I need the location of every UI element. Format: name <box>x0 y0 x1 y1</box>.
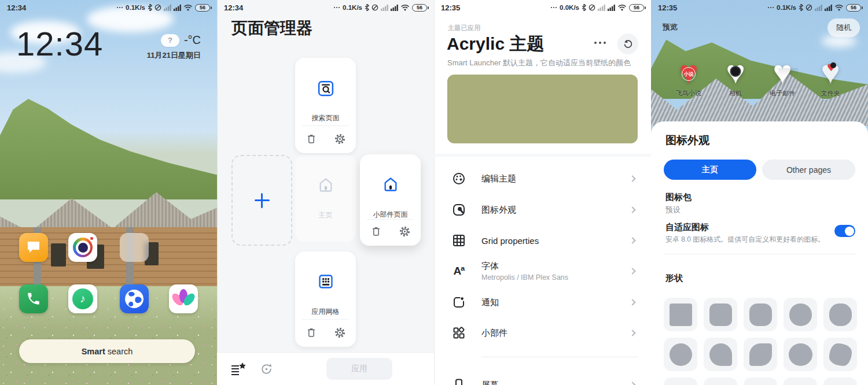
shape-option-round[interactable] <box>784 338 817 371</box>
divider <box>302 319 349 320</box>
mute-icon <box>806 4 812 11</box>
item-label: 通知 <box>481 297 499 308</box>
heart-icon-email: ♥ <box>773 58 792 87</box>
messages-app-icon[interactable] <box>19 233 48 262</box>
shape-option-partial[interactable] <box>704 377 737 385</box>
font-icon: Aª <box>451 264 466 279</box>
theme-item-icon-appearance[interactable]: 图标外观 <box>434 195 651 225</box>
shape-option-circle[interactable] <box>664 338 697 371</box>
signal-sim2-icon <box>174 5 181 11</box>
page-card-widget[interactable]: 小部件页面 <box>360 154 421 246</box>
app-grid-icon <box>295 273 356 290</box>
music-note-icon: ♪ <box>72 288 93 309</box>
theme-item-edit-theme[interactable]: 编辑主题 <box>434 164 651 194</box>
gallery-app-icon[interactable] <box>169 284 198 313</box>
theme-item-notifications[interactable]: 通知 <box>434 287 651 317</box>
item-sub: Metropolis / IBM Plex Sans <box>481 273 568 282</box>
placeholder-app-icon[interactable] <box>120 233 149 262</box>
gear-icon <box>334 133 346 145</box>
house-window <box>51 243 66 266</box>
browser-app-icon[interactable] <box>120 284 149 313</box>
screen-icon <box>451 377 466 385</box>
shape-option-partial[interactable] <box>784 377 817 385</box>
divider <box>302 125 349 126</box>
network-traffic-icon <box>334 7 340 9</box>
page-settings-button[interactable] <box>333 132 347 146</box>
theme-settings-screen: 12:35 0.0K/s 56 主题已应用 Acrylic 主题 Smart L… <box>434 0 651 385</box>
theme-item-widgets[interactable]: 小部件 <box>434 318 651 348</box>
adaptive-icons-toggle[interactable] <box>834 225 855 237</box>
shape-option-partial[interactable] <box>744 377 777 385</box>
page-settings-button[interactable] <box>333 325 347 339</box>
status-bar: 12:35 0.0K/s 56 <box>434 0 651 15</box>
delete-page-button[interactable] <box>304 132 318 146</box>
shape-option-pebble[interactable] <box>823 338 857 371</box>
search-label-bold: Smart <box>82 347 105 356</box>
delete-page-button[interactable] <box>304 325 318 339</box>
theme-item-font[interactable]: Aª 字体 Metropolis / IBM Plex Sans <box>434 255 651 287</box>
theme-item-grid-properties[interactable]: Grid properties <box>434 225 651 256</box>
history-icon <box>259 362 274 376</box>
shape-option-squircle[interactable] <box>823 298 857 331</box>
bluetooth-icon <box>365 4 369 11</box>
network-traffic-icon <box>551 7 557 9</box>
battery-icon: 56 <box>629 4 644 12</box>
page-card-search[interactable]: 搜索页面 <box>295 58 356 153</box>
theme-item-screen[interactable]: 屏幕 <box>434 370 651 385</box>
date-text: 11月21日星期日 <box>147 50 201 61</box>
music-app-icon[interactable]: ♪ <box>68 284 97 313</box>
icon-pack-value: 预设 <box>665 205 681 215</box>
icon-pack-label[interactable]: 图标包 <box>665 192 692 203</box>
add-page-button[interactable] <box>231 155 292 246</box>
random-button[interactable]: 随机 <box>827 18 860 37</box>
page-card-home[interactable]: 主页 <box>295 155 356 242</box>
item-label: 编辑主题 <box>481 173 516 184</box>
sort-pages-button[interactable] <box>230 361 247 377</box>
signal-sim2-icon <box>608 5 615 11</box>
shape-option-square[interactable] <box>664 298 697 331</box>
shape-option-rounded-large[interactable] <box>784 298 817 331</box>
shape-option-rounded[interactable] <box>744 298 777 331</box>
signal-sim2-icon <box>391 5 398 11</box>
status-bar: 12:34 0.1K/s 56 <box>0 0 217 15</box>
refresh-theme-button[interactable] <box>617 34 638 54</box>
page-card-appgrid[interactable]: 应用网格 <box>295 251 356 347</box>
list-star-icon <box>231 362 246 375</box>
home-screen: 12:34 0.1K/s 56 12:34 ? -°C 11月21日星期日 <box>0 0 217 385</box>
shape-option-partial[interactable] <box>823 377 857 385</box>
network-traffic-icon <box>768 7 774 9</box>
lockscreen-clock: 12:34 <box>16 24 103 63</box>
weather-widget[interactable]: ? -°C 11月21日星期日 <box>147 34 201 61</box>
mute-icon <box>589 4 595 11</box>
divider <box>367 219 414 220</box>
tab-home-page[interactable]: 主页 <box>664 160 756 180</box>
heart-icon-red: ♥ 小说 <box>679 58 698 87</box>
tab-other-pages[interactable]: Other pages <box>762 160 855 180</box>
phone-app-icon[interactable] <box>19 284 48 313</box>
camera-red-dot <box>90 237 93 240</box>
battery-icon: 56 <box>846 4 861 12</box>
app-label: 文件夹 <box>807 89 854 98</box>
chevron-right-icon <box>629 237 635 243</box>
overflow-menu-icon[interactable] <box>594 42 606 44</box>
shape-option-partial[interactable] <box>664 377 697 385</box>
item-label: Grid properties <box>481 236 539 246</box>
reset-button[interactable] <box>258 361 275 377</box>
shape-option-rounded-small[interactable] <box>704 298 737 331</box>
widget-page-icon <box>360 176 421 192</box>
page-card-label: 主页 <box>295 210 356 220</box>
delete-page-button[interactable] <box>369 224 383 238</box>
smart-search-bar[interactable]: Smart search <box>19 339 195 363</box>
mini-dot-icon <box>830 62 836 68</box>
page-settings-button[interactable] <box>398 224 411 238</box>
shape-option-leaf[interactable] <box>744 338 777 371</box>
wifi-icon <box>400 4 410 11</box>
signal-sim1-icon <box>164 5 171 11</box>
apply-button[interactable]: 应用 <box>326 358 392 380</box>
bluetooth-icon <box>799 4 803 11</box>
novel-badge: 小说 <box>682 67 696 81</box>
shape-option-teardrop[interactable] <box>704 338 737 371</box>
camera-app-icon[interactable] <box>68 233 97 262</box>
page-card-label: 应用网格 <box>295 307 356 317</box>
mute-icon <box>155 4 161 11</box>
